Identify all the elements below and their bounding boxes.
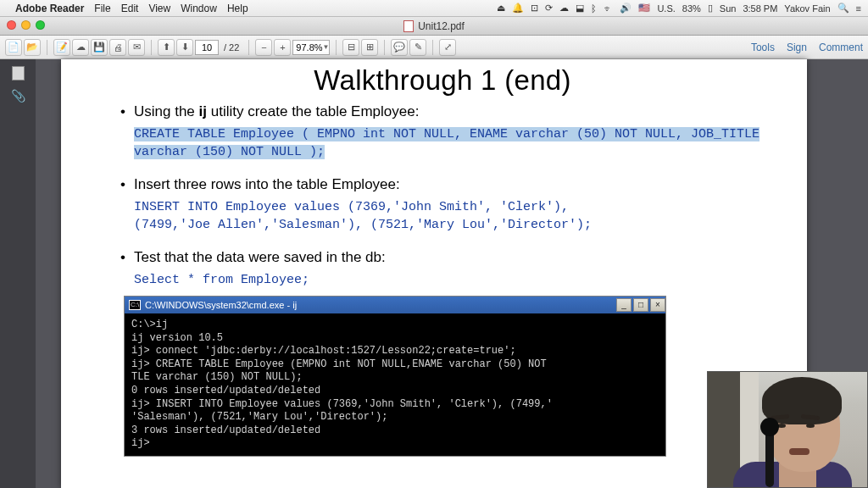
bullet-3: • Test that the data were saved in the d…	[112, 249, 773, 266]
page-number-input[interactable]: 10	[195, 40, 219, 55]
volume-icon[interactable]: 🔊	[620, 3, 632, 14]
app-name[interactable]: Adobe Reader	[15, 3, 84, 14]
bluetooth-icon[interactable]: ᛒ	[591, 3, 597, 14]
spotlight-icon[interactable]: 🔍	[837, 3, 849, 14]
bullet-dot: •	[112, 103, 134, 120]
input-flag[interactable]: 🇺🇸	[638, 3, 650, 14]
fit-page-icon[interactable]: ⊞	[361, 39, 378, 56]
pdf-file-icon	[403, 20, 414, 32]
separator	[336, 40, 337, 55]
menu-edit[interactable]: Edit	[121, 3, 139, 14]
cmd-icon: C:\	[129, 300, 141, 310]
separator	[384, 40, 385, 55]
cmd-titlebar: C:\ C:\WINDOWS\system32\cmd.exe - ij _ □…	[125, 297, 665, 313]
bullet-2: • Insert three rows into the table Emplo…	[112, 176, 773, 193]
wifi-icon[interactable]: ᯤ	[604, 3, 613, 14]
page-thumbnails-icon[interactable]	[12, 66, 25, 80]
bullet-1: • Using the ij utility create the table …	[112, 103, 773, 120]
sign-panel-button[interactable]: Sign	[787, 42, 807, 53]
open-icon[interactable]: 📂	[24, 39, 41, 56]
page-up-icon[interactable]: ⬆	[158, 39, 175, 56]
bell-icon[interactable]: 🔔	[512, 3, 524, 14]
create-pdf-icon[interactable]: 📄	[5, 39, 22, 56]
minimize-button[interactable]	[21, 20, 31, 30]
sign-icon[interactable]: ✎	[409, 39, 426, 56]
separator	[432, 40, 433, 55]
code-block-3: Select * from Employee;	[134, 271, 773, 289]
cloud-icon[interactable]: ☁	[72, 39, 89, 56]
comment-panel-button[interactable]: Comment	[819, 42, 863, 53]
attachments-icon[interactable]: 📎	[11, 89, 25, 103]
eject-icon[interactable]: ⏏	[497, 3, 505, 14]
cloud-icon[interactable]: ☁	[559, 3, 569, 14]
zoom-in-icon[interactable]: +	[274, 39, 291, 56]
cmd-maximize-button[interactable]: □	[633, 298, 648, 312]
network-icon[interactable]: ⊡	[531, 3, 538, 14]
mac-menubar: Adobe Reader File Edit View Window Help …	[0, 0, 868, 17]
reader-toolbar: 📄 📂 📝 ☁ 💾 🖨 ✉ ⬆ ⬇ 10 / 22 − + 97.8%▼ ⊟ ⊞…	[0, 36, 868, 59]
comment-icon[interactable]: 💬	[391, 39, 408, 56]
separator	[151, 40, 152, 55]
battery-percent: 83%	[682, 3, 701, 14]
bullet-dot: •	[112, 176, 134, 193]
clock-day: Sun	[720, 3, 737, 14]
fit-width-icon[interactable]: ⊟	[342, 39, 359, 56]
input-locale[interactable]: U.S.	[657, 3, 675, 14]
code-block-2: INSERT INTO Employee values (7369,'John …	[134, 198, 773, 234]
print-icon[interactable]: 🖨	[109, 39, 126, 56]
document-title: Unit12.pdf	[418, 20, 465, 32]
separator	[248, 40, 249, 55]
page-down-icon[interactable]: ⬇	[176, 39, 193, 56]
separator	[47, 40, 47, 55]
export-icon[interactable]: 📝	[53, 39, 70, 56]
user-name[interactable]: Yakov Fain	[784, 3, 830, 14]
tools-panel-button[interactable]: Tools	[751, 42, 775, 53]
zoom-value: 97.8%	[296, 41, 322, 54]
code-block-1: CREATE TABLE Employee ( EMPNO int NOT NU…	[134, 125, 773, 161]
menu-help[interactable]: Help	[227, 3, 248, 14]
sync-icon[interactable]: ⟳	[545, 3, 553, 14]
bullet-2-text: Insert three rows into the table Employe…	[134, 176, 400, 193]
chevron-down-icon: ▼	[323, 41, 330, 54]
menu-view[interactable]: View	[148, 3, 170, 14]
cmd-minimize-button[interactable]: _	[616, 298, 632, 312]
zoom-level-select[interactable]: 97.8%▼	[292, 40, 330, 55]
gutter	[36, 59, 61, 488]
bullet-dot: •	[112, 249, 134, 266]
navigation-pane: 📎	[0, 59, 36, 488]
cmd-close-button[interactable]: ×	[650, 298, 665, 312]
clock-time[interactable]: 3:58 PM	[743, 3, 777, 14]
close-button[interactable]	[7, 20, 16, 30]
email-icon[interactable]: ✉	[128, 39, 145, 56]
menu-window[interactable]: Window	[181, 3, 217, 14]
pdf-page[interactable]: Walkthrough 1 (end) • Using the ij utili…	[61, 59, 807, 488]
cmd-title-text: C:\WINDOWS\system32\cmd.exe - ij	[145, 300, 297, 310]
zoom-out-icon[interactable]: −	[255, 39, 272, 56]
page-total: / 22	[224, 42, 239, 53]
dropbox-icon[interactable]: ⬓	[576, 3, 584, 14]
cmd-window-controls: _ □ ×	[615, 298, 665, 312]
bullet-3-text: Test that the data were saved in the db:	[134, 249, 386, 266]
zoom-button[interactable]	[36, 20, 45, 30]
cmd-window: C:\ C:\WINDOWS\system32\cmd.exe - ij _ □…	[124, 296, 666, 457]
cmd-output: C:\>ij ij version 10.5 ij> connect 'jdbc…	[125, 313, 665, 456]
save-icon[interactable]: 💾	[91, 39, 108, 56]
window-controls	[7, 20, 45, 30]
window-titlebar: Unit12.pdf	[0, 17, 868, 36]
battery-icon[interactable]: ▯	[708, 3, 713, 14]
slide-title: Walkthrough 1 (end)	[112, 64, 773, 97]
bullet-1-text: Using the ij utility create the table Em…	[134, 103, 419, 120]
menu-file[interactable]: File	[94, 3, 110, 14]
notifications-icon[interactable]: ≡	[856, 3, 861, 14]
read-mode-icon[interactable]: ⤢	[439, 39, 456, 56]
webcam-overlay	[707, 371, 868, 488]
highlighted-sql: CREATE TABLE Employee ( EMPNO int NOT NU…	[134, 127, 760, 159]
